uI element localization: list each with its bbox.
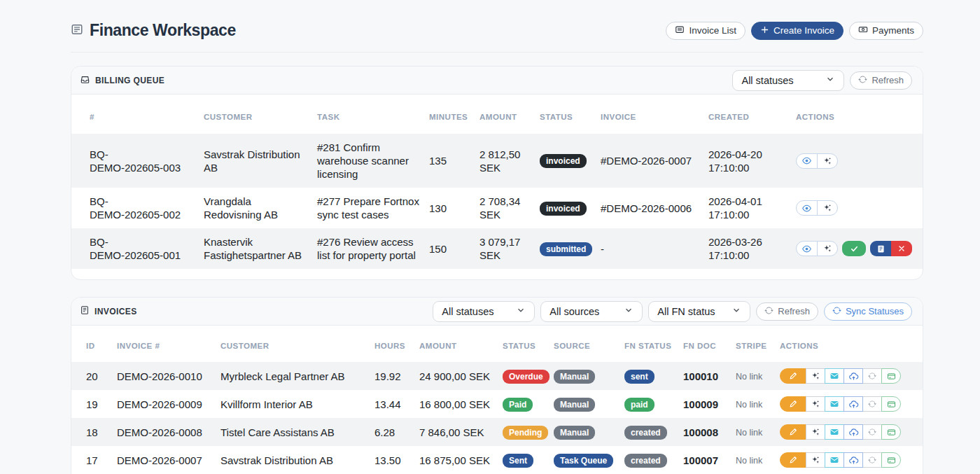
invoice-status-filter-value: All statuses (442, 306, 493, 317)
page-header: Finance Workspace Invoice List Create In… (71, 0, 923, 53)
bq-actions (796, 188, 923, 228)
inv-status: Sent (503, 446, 554, 474)
view-button[interactable] (797, 201, 817, 215)
ai-button[interactable] (817, 154, 837, 168)
col-status: STATUS (540, 95, 601, 134)
col-customer: CUSTOMER (220, 326, 374, 362)
ai-button[interactable] (806, 368, 825, 384)
edit-button[interactable] (780, 396, 806, 412)
inv-id: 18 (71, 418, 117, 446)
ai-button[interactable] (806, 452, 825, 468)
inv-stripe: No link (736, 418, 780, 446)
invoice-row-0: 20 DEMO-2026-0010 Myrbleck Legal Partner… (71, 362, 923, 390)
ai-button[interactable] (817, 242, 837, 256)
billing-refresh-button[interactable]: Refresh (850, 71, 912, 90)
upload-button[interactable] (844, 396, 863, 412)
source-badge: Manual (554, 398, 595, 412)
inv-status: Paid (503, 390, 554, 418)
edit-button[interactable] (780, 452, 806, 468)
upload-button[interactable] (844, 424, 863, 440)
ai-button[interactable] (806, 396, 825, 412)
inv-hours: 13.50 (374, 446, 419, 474)
inv-fn-status: created (624, 418, 683, 446)
ai-button[interactable] (806, 424, 825, 440)
col-num: # (71, 95, 204, 134)
payment-link-button[interactable] (881, 368, 901, 384)
bq-actions (796, 134, 923, 188)
bq-created: 2026-04-0117:10:00 (708, 188, 796, 228)
fn-status-badge: created (624, 426, 667, 440)
refresh-row-button[interactable] (862, 368, 882, 384)
invoice-status-filter[interactable]: All statuses (433, 301, 535, 322)
inv-source: Manual (554, 418, 624, 446)
approve-button[interactable] (842, 241, 866, 256)
bq-id-text: BQ-DEMO-202605-001 (90, 235, 198, 262)
bq-task: #277 Prepare Fortnox sync test cases (317, 188, 429, 228)
email-button[interactable] (825, 424, 844, 440)
upload-button[interactable] (844, 368, 863, 384)
col-invoice: INVOICE (601, 95, 708, 134)
payment-link-button[interactable] (881, 452, 901, 468)
inv-amount: 7 846,00 SEK (419, 418, 503, 446)
col-hours: HOURS (374, 326, 419, 362)
sync-statuses-button[interactable]: Sync Statuses (824, 302, 912, 321)
col-actions: ACTIONS (796, 95, 923, 134)
inv-amount: 24 900,00 SEK (419, 362, 503, 390)
inv-amount: 16 875,00 SEK (419, 446, 503, 474)
col-created: CREATED (708, 95, 796, 134)
chevron-down-icon (624, 305, 634, 317)
create-invoice-row-button[interactable] (870, 241, 891, 256)
invoice-fn-status-filter[interactable]: All FN status (648, 301, 750, 322)
inv-id: 19 (71, 390, 117, 418)
edit-button[interactable] (780, 424, 806, 440)
col-amount: AMOUNT (479, 95, 540, 134)
invoice-list-button[interactable]: Invoice List (666, 22, 746, 40)
main-container: Finance Workspace Invoice List Create In… (71, 0, 923, 474)
view-button[interactable] (797, 154, 817, 168)
email-button[interactable] (825, 452, 844, 468)
bq-task: #281 Confirm warehouse scanner licensing (317, 134, 429, 188)
inv-amount: 16 800,00 SEK (419, 390, 503, 418)
invoice-source-filter[interactable]: All sources (540, 301, 643, 322)
inv-source: Manual (554, 390, 624, 418)
billing-status-filter[interactable]: All statuses (732, 70, 844, 91)
invoice-row-1: 19 DEMO-2026-0009 Kvillform Interior AB … (71, 390, 923, 418)
inv-actions (780, 418, 923, 446)
billing-queue-header-row: # CUSTOMER TASK MINUTES AMOUNT STATUS IN… (71, 95, 923, 134)
bq-status: invoiced (540, 188, 601, 228)
email-button[interactable] (825, 368, 844, 384)
bq-invoice: - (601, 228, 708, 269)
view-button[interactable] (797, 242, 817, 256)
upload-button[interactable] (844, 452, 863, 468)
bq-invoice: #DEMO-2026-0006 (601, 188, 708, 228)
refresh-row-button[interactable] (862, 452, 882, 468)
billing-queue-controls: All statuses Refresh (732, 70, 912, 91)
payment-link-button[interactable] (881, 424, 901, 440)
inv-fn-doc: 100010 (683, 362, 736, 390)
payment-link-button[interactable] (881, 396, 901, 412)
create-invoice-button[interactable]: Create Invoice (751, 22, 844, 40)
invoices-refresh-button[interactable]: Refresh (756, 302, 818, 321)
bq-minutes: 135 (429, 134, 479, 188)
inv-fn-doc: 100009 (683, 390, 736, 418)
sync-statuses-label: Sync Statuses (846, 306, 904, 316)
refresh-row-button[interactable] (862, 424, 882, 440)
ai-button[interactable] (817, 201, 837, 215)
source-badge: Manual (554, 370, 595, 384)
reject-button[interactable] (891, 241, 912, 256)
inv-customer: Tistel Care Assistans AB (220, 418, 374, 446)
col-fn-status: FN STATUS (624, 326, 683, 362)
inv-fn-status: created (624, 446, 683, 474)
inv-actions (780, 362, 923, 390)
email-button[interactable] (825, 396, 844, 412)
bq-amount: 2 708,34SEK (479, 188, 540, 228)
inv-number: DEMO-2026-0009 (117, 390, 220, 418)
payments-button[interactable]: Payments (849, 22, 923, 40)
edit-button[interactable] (780, 368, 806, 384)
invoices-controls: All statuses All sources All FN status R… (433, 301, 912, 322)
col-amount: AMOUNT (419, 326, 503, 362)
refresh-row-button[interactable] (862, 396, 882, 412)
col-fn-doc: FN DOC (683, 326, 736, 362)
header-actions: Invoice List Create Invoice Payments (666, 22, 923, 40)
bq-id-text: BQ-DEMO-202605-003 (90, 148, 198, 174)
